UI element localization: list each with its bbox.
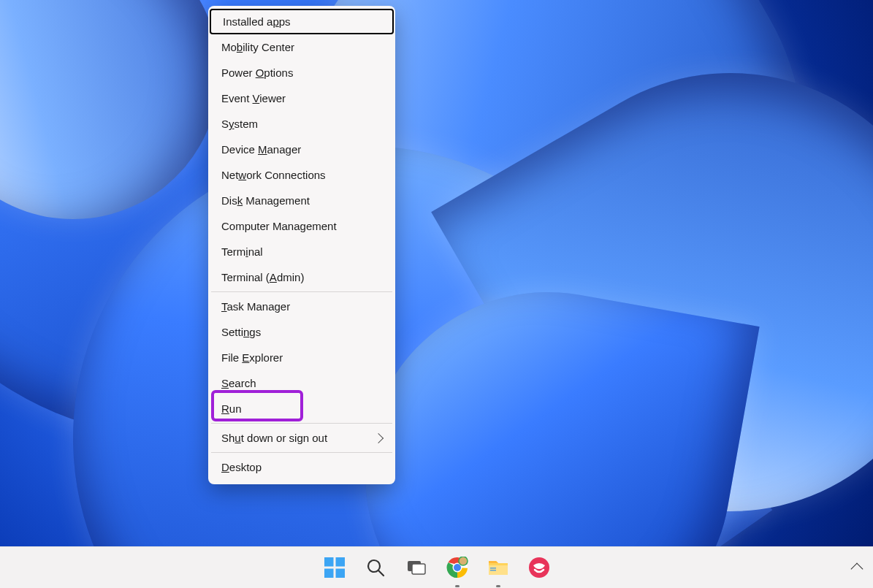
svg-rect-13 bbox=[490, 568, 496, 569]
svg-rect-2 bbox=[324, 569, 334, 579]
svg-rect-7 bbox=[412, 564, 425, 574]
menu-item-run[interactable]: Run bbox=[208, 396, 395, 421]
winx-context-menu[interactable]: Installed appsMobility CenterPower Optio… bbox=[208, 6, 395, 484]
menu-item-settings[interactable]: Settings bbox=[208, 319, 395, 345]
menu-item-terminal-admin[interactable]: Terminal (Admin) bbox=[208, 264, 395, 290]
menu-item-terminal[interactable]: Terminal bbox=[208, 239, 395, 264]
menu-item-label: Search bbox=[221, 377, 256, 389]
taskbar-center-icons bbox=[320, 553, 554, 582]
svg-rect-14 bbox=[490, 570, 496, 571]
menu-item-label: Terminal bbox=[221, 245, 263, 258]
menu-item-label: Run bbox=[221, 402, 242, 415]
menu-item-computer-management[interactable]: Computer Management bbox=[208, 213, 395, 239]
svg-line-5 bbox=[378, 570, 384, 576]
tray-overflow-chevron-icon[interactable] bbox=[851, 562, 864, 575]
menu-item-desktop[interactable]: Desktop bbox=[208, 454, 395, 480]
menu-item-label: Mobility Center bbox=[221, 41, 294, 53]
system-tray[interactable] bbox=[847, 546, 867, 588]
search-icon bbox=[366, 558, 385, 577]
menu-item-label: Terminal (Admin) bbox=[221, 271, 304, 283]
svg-point-10 bbox=[454, 564, 461, 571]
menu-item-task-manager[interactable]: Task Manager bbox=[208, 294, 395, 319]
menu-item-shut-down-or-sign-out[interactable]: Shut down or sign out bbox=[208, 425, 395, 451]
menu-separator bbox=[211, 452, 392, 453]
task-view-button[interactable] bbox=[402, 553, 431, 582]
menu-item-search[interactable]: Search bbox=[208, 370, 395, 396]
menu-item-power-options[interactable]: Power Options bbox=[208, 60, 395, 85]
folder-icon bbox=[487, 558, 509, 577]
start-button[interactable] bbox=[320, 553, 349, 582]
chrome-taskbar-icon[interactable] bbox=[443, 553, 472, 582]
menu-item-label: Shut down or sign out bbox=[221, 432, 327, 444]
svg-rect-1 bbox=[335, 557, 345, 567]
chrome-icon bbox=[446, 557, 468, 579]
menu-item-event-viewer[interactable]: Event Viewer bbox=[208, 85, 395, 111]
menu-separator bbox=[211, 423, 392, 424]
zoho-taskbar-icon[interactable] bbox=[525, 553, 554, 582]
menu-item-label: System bbox=[221, 118, 258, 130]
menu-item-mobility-center[interactable]: Mobility Center bbox=[208, 34, 395, 60]
search-button[interactable] bbox=[361, 553, 390, 582]
menu-item-label: Computer Management bbox=[221, 220, 337, 232]
menu-item-label: Network Connections bbox=[221, 169, 326, 181]
task-view-icon bbox=[406, 557, 427, 578]
menu-item-label: Task Manager bbox=[221, 300, 290, 313]
menu-item-system[interactable]: System bbox=[208, 111, 395, 137]
menu-item-label: Device Manager bbox=[221, 143, 301, 156]
svg-point-11 bbox=[459, 557, 468, 565]
desktop-background: Installed appsMobility CenterPower Optio… bbox=[0, 0, 873, 588]
windows-logo-icon bbox=[324, 557, 345, 578]
taskbar bbox=[0, 546, 873, 588]
menu-item-label: Settings bbox=[221, 326, 261, 338]
menu-item-disk-management[interactable]: Disk Management bbox=[208, 188, 395, 213]
svg-rect-0 bbox=[324, 557, 334, 567]
file-explorer-taskbar-icon[interactable] bbox=[484, 553, 513, 582]
menu-item-label: Event Viewer bbox=[221, 92, 286, 104]
menu-item-device-manager[interactable]: Device Manager bbox=[208, 137, 395, 162]
chevron-right-icon bbox=[373, 432, 384, 443]
menu-item-installed-apps[interactable]: Installed apps bbox=[210, 9, 394, 34]
menu-separator bbox=[211, 291, 392, 292]
svg-rect-3 bbox=[335, 569, 345, 579]
menu-item-file-explorer[interactable]: File Explorer bbox=[208, 345, 395, 370]
menu-item-network-connections[interactable]: Network Connections bbox=[208, 162, 395, 188]
menu-item-label: Desktop bbox=[221, 461, 262, 473]
zoho-icon bbox=[528, 557, 550, 579]
menu-item-label: File Explorer bbox=[221, 351, 283, 364]
menu-item-label: Power Options bbox=[221, 66, 293, 79]
menu-item-label: Installed apps bbox=[223, 15, 291, 28]
menu-item-label: Disk Management bbox=[221, 194, 310, 207]
